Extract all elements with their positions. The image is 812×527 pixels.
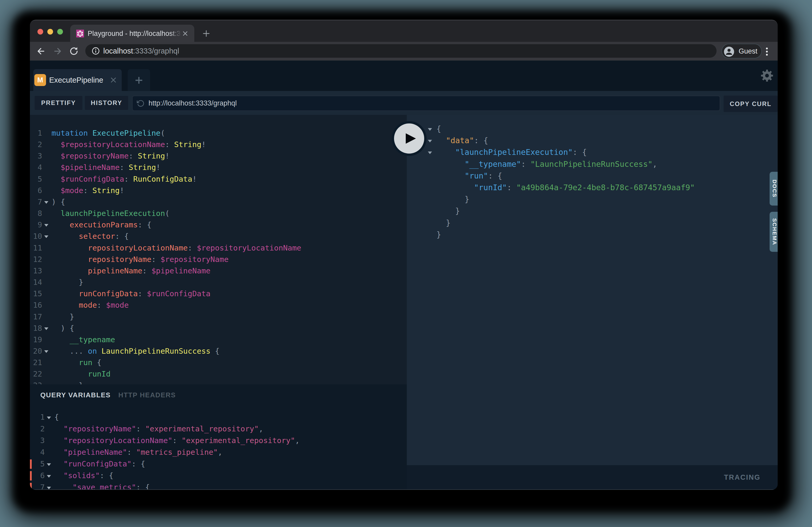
variables-line-numbers: 1 2 3 4 5 6 7 [30,411,45,490]
graphql-favicon-icon [76,30,84,39]
endpoint-url: http://localhost:3333/graphql [148,96,237,110]
window-minimize-button[interactable] [47,29,53,34]
window-close-button[interactable] [38,29,43,34]
fold-arrow-icon[interactable] [47,463,51,466]
new-tab-icon[interactable] [203,30,210,37]
play-icon [406,133,416,144]
browser-menu-icon[interactable] [765,48,769,62]
browser-tab[interactable]: Playground - http://localhost:3 [70,25,194,42]
execute-button-face[interactable] [394,123,424,154]
response-json: { "data": { "launchPipelineExecution": {… [436,123,695,240]
fold-arrow-icon[interactable] [428,151,432,154]
execute-button[interactable] [392,121,426,156]
window-zoom-button[interactable] [57,29,63,34]
lint-marker [30,460,32,469]
playground-toolbar: PRETTIFY HISTORY http://localhost:3333/g… [30,91,778,115]
copy-curl-button[interactable]: COPY CURL [724,96,778,112]
tab-close-icon[interactable] [182,30,189,37]
lint-marker [30,471,32,481]
playground-new-tab-button[interactable] [128,69,150,91]
fold-arrow-icon[interactable] [44,328,48,330]
fold-arrow-icon[interactable] [44,224,48,227]
http-headers-tab[interactable]: HTTP HEADERS [118,391,176,399]
playground-tab-close-icon[interactable] [111,77,116,83]
prettify-button[interactable]: PRETTIFY [34,96,83,110]
playground-tab-title: ExecutePipeline [49,69,103,91]
docs-sidebar-tab[interactable]: DOCS [770,172,778,206]
variables-code[interactable]: { "repositoryName": "experimental_reposi… [54,411,300,490]
browser-window: Playground - http://localhost:3 [30,20,778,490]
tracing-bar: TRACING [407,465,778,490]
fold-arrow-icon[interactable] [47,487,51,489]
fold-arrow-icon[interactable] [44,201,48,204]
plus-icon [135,76,143,85]
profile-button[interactable]: Guest [722,44,762,59]
endpoint-input[interactable]: http://localhost:3333/graphql [132,96,720,111]
lint-marker [30,483,32,490]
fold-arrow-icon[interactable] [44,350,48,353]
back-icon[interactable] [36,46,45,56]
fold-arrow-icon[interactable] [47,475,51,478]
fold-arrow-icon[interactable] [44,236,48,238]
history-button[interactable]: HISTORY [85,96,128,110]
profile-label: Guest [739,44,757,58]
browser-tab-title: Playground - http://localhost:3 [88,25,181,42]
reload-icon[interactable] [69,46,78,56]
fold-arrow-icon[interactable] [428,140,432,142]
schema-sidebar-tab[interactable]: SCHEMA [770,212,778,252]
browser-toolbar: localhost:3333/graphql Guest [30,42,778,61]
mutation-badge: M [34,74,46,86]
settings-gear-icon[interactable] [761,70,773,81]
fold-arrow-icon[interactable] [428,128,432,131]
playground-tab[interactable]: M ExecutePipeline [33,69,122,91]
query-code[interactable]: mutation ExecutePipeline( $repositoryLoc… [52,127,301,391]
browser-tab-strip: Playground - http://localhost:3 [30,20,778,42]
avatar-icon [723,46,735,57]
graphql-playground: M ExecutePipeline PRETT [30,61,778,490]
forward-icon[interactable] [53,46,62,56]
query-variables-tab[interactable]: QUERY VARIABLES [40,391,111,399]
address-bar[interactable]: localhost:3333/graphql [85,44,716,58]
tracing-label[interactable]: TRACING [724,465,761,490]
url-text: localhost:3333/graphql [103,44,179,58]
replay-icon [137,100,145,107]
fold-arrow-icon[interactable] [47,417,51,419]
site-info-icon[interactable] [91,46,100,56]
query-line-numbers: 1 2 3 4 5 6 7 8 9 10 11 12 13 14 15 16 1… [30,127,42,391]
